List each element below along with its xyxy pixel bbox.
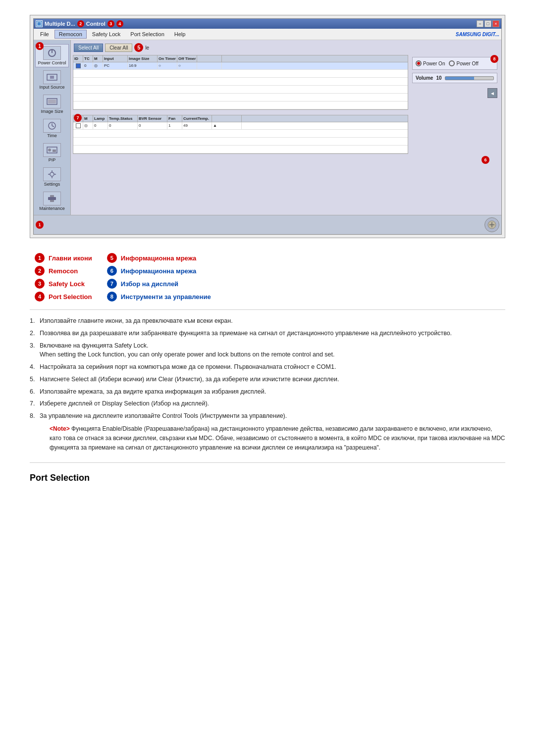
title-bar-left: Multiple D... 2 Control 3 4 [36,20,123,27]
menu-help[interactable]: Help [170,30,190,39]
menu-port-selection[interactable]: Port Selection [126,30,168,39]
row0-m: ◎ [93,62,103,69]
sidebar-item-label-settings: Settings [44,182,60,187]
legend-col-right: 5 Информационна мрежа 6 Информационна мр… [107,253,211,302]
time-icon [43,119,61,133]
volume-control: Volume 10 [412,73,497,83]
power-off-radio[interactable] [449,60,455,66]
port-selection-heading: Port Selection [30,473,505,485]
col-id: ID [73,55,83,62]
maximize-button[interactable]: □ [484,20,491,27]
note-text: Функцията Enable/Disable (Разрешаване/за… [50,425,505,451]
clear-all-button[interactable]: Clear All [105,44,132,52]
col-input: Input [103,55,128,62]
bottom-grid-row-0[interactable]: ◎ 0 0 0 1 49 ▲ [73,122,408,130]
instruction-3: 3. Включване на функцията Safety Lock. W… [30,340,505,361]
sidebar-item-image-size[interactable]: Image Size [35,93,69,116]
bcol-scroll [212,115,242,122]
screenshot-container: Multiple D... 2 Control 3 4 − □ × File R… [30,15,505,238]
bottom-grid-row-2 [73,138,408,146]
svg-line-10 [52,126,54,127]
instruction-5: 5. Натиснете Select all (Избери всички) … [30,373,505,386]
sidebar-badge-1: 1 [36,42,44,50]
bottom-badge-1: 1 [36,221,44,229]
toolbar-badge-5: 5 [134,43,143,52]
legend-badge-4: 4 [35,292,45,302]
row0-off-timer: ○ [177,62,197,69]
badge-6: 6 [482,156,489,164]
sidebar-item-pip[interactable]: PIP [35,141,69,164]
app-icon [36,20,43,27]
legend-label-6: Информационна мрежа [121,267,196,275]
legend-item-1: 1 Главни икони [35,253,92,263]
badge-6-row: 6 [73,156,499,164]
volume-slider[interactable] [445,76,494,80]
legend-badge-1: 1 [35,253,45,263]
bcol-temp-status: Temp.Status [108,115,138,122]
volume-value: 10 [436,75,441,81]
badge-7: 7 [74,114,82,122]
bottom-grid-header: ID M Lamp Temp.Status BVR Sensor Fan Cur… [73,115,408,122]
menu-remocon[interactable]: Remocon [54,30,87,39]
legend-item-3: 3 Safety Lock [35,279,92,289]
title-badge-2: 2 [77,20,84,27]
top-grid-header: ID TC M Input Image Size On Timer Off Ti… [73,55,408,62]
top-grid-row-2 [73,78,408,86]
legend-badge-3: 3 [35,279,45,289]
top-grid-row-4 [73,94,408,101]
power-control-icon [43,46,61,60]
toolbar-extra: le [145,45,149,50]
title-badge-3: 3 [107,20,114,27]
row0-id [73,62,83,69]
minimize-button[interactable]: − [477,20,483,27]
brow0-checkbox[interactable] [76,123,81,128]
legend-badge-8: 8 [107,292,117,302]
power-on-radio[interactable] [416,60,422,66]
instruction-6: 6. Използвайте мрежата, за да видите кра… [30,386,505,398]
window-body: 1 Power Control [34,40,501,215]
col-scrollbar [197,55,222,62]
sidebar-item-maintenance[interactable]: Maintenance [35,190,69,213]
divider-2 [30,462,505,463]
sidebar-item-settings[interactable]: Settings [35,165,69,189]
instr-text-6: Използвайте мрежата, за да видите кратка… [40,388,266,395]
menu-file[interactable]: File [36,30,54,39]
power-controls: Power On Power Off [412,57,497,70]
sidebar-item-time[interactable]: Time [35,117,69,140]
power-off-button[interactable]: Power Off [449,60,478,66]
bcol-current-temp: CurrentTemp. [182,115,212,122]
volume-label: Volume [416,75,433,81]
row0-input: PC [103,62,128,69]
brow0-id [73,122,83,129]
instr-text-7: Изберете дисплей от Display Selection (И… [40,400,209,407]
sidebar-item-input-source[interactable]: Input Source [35,68,69,92]
row0-checkbox[interactable] [76,63,81,68]
title-badge-4: 4 [116,20,123,27]
close-button[interactable]: × [492,20,499,27]
power-on-button[interactable]: Power On [416,60,445,66]
bcol-m: M [83,115,93,122]
bottom-nav-bar: 1 [34,215,501,234]
image-size-icon [43,95,61,108]
legend-item-5: 5 Информационна мрежа [107,253,211,263]
top-grid-wrapper: ID TC M Input Image Size On Timer Off Ti… [73,55,408,154]
scroll-circle[interactable] [484,217,499,232]
sidebar-item-label-image: Image Size [41,109,63,114]
legend-label-5: Информационна мрежа [121,254,196,262]
right-panel: Power On Power Off Volume 10 [410,55,499,100]
badge-8: 8 [490,55,498,63]
row0-scroll [197,62,222,69]
menu-safety-lock[interactable]: Safety Lock [88,30,125,39]
top-grid-row-0[interactable]: 0 ◎ PC 16:9 ○ ○ [73,62,408,70]
instr-num-1: 1. [30,316,35,326]
instruction-4: 4. Настройката за серийния порт на компю… [30,361,505,373]
instr-text-4: Настройката за серийния порт на компютър… [40,363,336,370]
bcol-bvr-sensor: BVR Sensor [138,115,167,122]
row0-on-timer: ○ [158,62,177,69]
bcol-lamp: Lamp [93,115,108,122]
select-all-button[interactable]: Select All [74,44,103,52]
legend-label-7: Избор на дисплей [121,280,178,288]
menu-bar: File Remocon Safety Lock Port Selection … [34,29,501,40]
instr-text-8: За управление на дисплеите използвайте C… [40,412,287,419]
instr-text-3-extra: When setting the Lock function, you can … [40,351,335,358]
